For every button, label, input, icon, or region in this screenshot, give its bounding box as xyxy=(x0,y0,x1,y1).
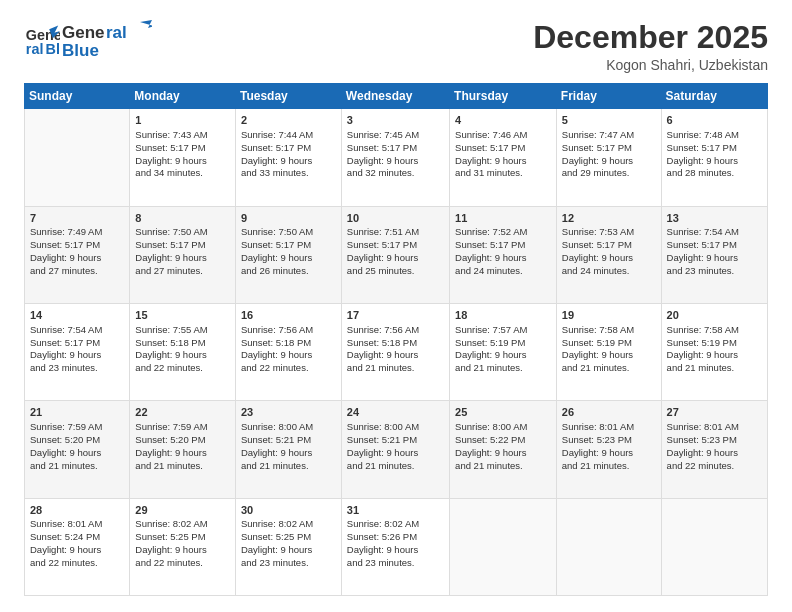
col-wednesday: Wednesday xyxy=(341,84,449,109)
sunset-text: Sunset: 5:17 PM xyxy=(347,239,417,250)
daylight-minutes: and 21 minutes. xyxy=(455,460,523,471)
svg-text:Blue: Blue xyxy=(62,41,99,60)
sunset-text: Sunset: 5:23 PM xyxy=(562,434,632,445)
table-cell xyxy=(556,498,661,595)
daylight-text: Daylight: 9 hours xyxy=(562,447,633,458)
sunrise-text: Sunrise: 7:50 AM xyxy=(135,226,207,237)
daylight-minutes: and 22 minutes. xyxy=(30,557,98,568)
sunset-text: Sunset: 5:17 PM xyxy=(241,239,311,250)
col-tuesday: Tuesday xyxy=(235,84,341,109)
table-cell: 23Sunrise: 8:00 AMSunset: 5:21 PMDayligh… xyxy=(235,401,341,498)
sunrise-text: Sunrise: 7:59 AM xyxy=(30,421,102,432)
day-number: 18 xyxy=(455,308,551,323)
daylight-minutes: and 23 minutes. xyxy=(30,362,98,373)
daylight-minutes: and 29 minutes. xyxy=(562,167,630,178)
table-cell: 26Sunrise: 8:01 AMSunset: 5:23 PMDayligh… xyxy=(556,401,661,498)
day-number: 6 xyxy=(667,113,762,128)
daylight-text: Daylight: 9 hours xyxy=(347,349,418,360)
table-cell: 8Sunrise: 7:50 AMSunset: 5:17 PMDaylight… xyxy=(130,206,236,303)
sunrise-text: Sunrise: 7:50 AM xyxy=(241,226,313,237)
sunset-text: Sunset: 5:22 PM xyxy=(455,434,525,445)
sunset-text: Sunset: 5:20 PM xyxy=(135,434,205,445)
location: Kogon Shahri, Uzbekistan xyxy=(533,57,768,73)
daylight-text: Daylight: 9 hours xyxy=(135,544,206,555)
daylight-minutes: and 25 minutes. xyxy=(347,265,415,276)
table-cell: 20Sunrise: 7:58 AMSunset: 5:19 PMDayligh… xyxy=(661,303,767,400)
logo-label: Gene ral Blue xyxy=(62,20,152,60)
day-number: 15 xyxy=(135,308,230,323)
daylight-text: Daylight: 9 hours xyxy=(455,252,526,263)
sunrise-text: Sunrise: 7:58 AM xyxy=(562,324,634,335)
daylight-minutes: and 32 minutes. xyxy=(347,167,415,178)
sunset-text: Sunset: 5:23 PM xyxy=(667,434,737,445)
day-number: 23 xyxy=(241,405,336,420)
sunset-text: Sunset: 5:24 PM xyxy=(30,531,100,542)
daylight-minutes: and 34 minutes. xyxy=(135,167,203,178)
table-cell: 25Sunrise: 8:00 AMSunset: 5:22 PMDayligh… xyxy=(450,401,557,498)
daylight-minutes: and 22 minutes. xyxy=(135,362,203,373)
sunset-text: Sunset: 5:17 PM xyxy=(347,142,417,153)
table-cell: 27Sunrise: 8:01 AMSunset: 5:23 PMDayligh… xyxy=(661,401,767,498)
sunrise-text: Sunrise: 7:51 AM xyxy=(347,226,419,237)
daylight-text: Daylight: 9 hours xyxy=(455,155,526,166)
sunrise-text: Sunrise: 7:46 AM xyxy=(455,129,527,140)
logo-icon: Gene ral Blue xyxy=(24,22,60,58)
daylight-minutes: and 21 minutes. xyxy=(667,362,735,373)
table-cell: 12Sunrise: 7:53 AMSunset: 5:17 PMDayligh… xyxy=(556,206,661,303)
month-title: December 2025 xyxy=(533,20,768,55)
daylight-minutes: and 27 minutes. xyxy=(135,265,203,276)
col-thursday: Thursday xyxy=(450,84,557,109)
table-cell: 11Sunrise: 7:52 AMSunset: 5:17 PMDayligh… xyxy=(450,206,557,303)
table-cell: 9Sunrise: 7:50 AMSunset: 5:17 PMDaylight… xyxy=(235,206,341,303)
day-number: 5 xyxy=(562,113,656,128)
daylight-minutes: and 23 minutes. xyxy=(241,557,309,568)
table-cell: 10Sunrise: 7:51 AMSunset: 5:17 PMDayligh… xyxy=(341,206,449,303)
sunrise-text: Sunrise: 8:02 AM xyxy=(135,518,207,529)
sunset-text: Sunset: 5:21 PM xyxy=(241,434,311,445)
sunrise-text: Sunrise: 7:54 AM xyxy=(30,324,102,335)
col-monday: Monday xyxy=(130,84,236,109)
sunset-text: Sunset: 5:17 PM xyxy=(30,239,100,250)
sunset-text: Sunset: 5:17 PM xyxy=(562,142,632,153)
day-number: 19 xyxy=(562,308,656,323)
table-cell: 7Sunrise: 7:49 AMSunset: 5:17 PMDaylight… xyxy=(25,206,130,303)
table-cell: 4Sunrise: 7:46 AMSunset: 5:17 PMDaylight… xyxy=(450,109,557,206)
table-cell xyxy=(450,498,557,595)
daylight-text: Daylight: 9 hours xyxy=(667,349,738,360)
daylight-minutes: and 24 minutes. xyxy=(455,265,523,276)
daylight-minutes: and 23 minutes. xyxy=(347,557,415,568)
sunrise-text: Sunrise: 8:00 AM xyxy=(455,421,527,432)
table-cell: 14Sunrise: 7:54 AMSunset: 5:17 PMDayligh… xyxy=(25,303,130,400)
sunset-text: Sunset: 5:25 PM xyxy=(241,531,311,542)
svg-text:ral: ral xyxy=(26,41,44,57)
calendar-week-row: 28Sunrise: 8:01 AMSunset: 5:24 PMDayligh… xyxy=(25,498,768,595)
sunrise-text: Sunrise: 8:02 AM xyxy=(347,518,419,529)
day-number: 26 xyxy=(562,405,656,420)
sunset-text: Sunset: 5:17 PM xyxy=(241,142,311,153)
daylight-minutes: and 23 minutes. xyxy=(667,265,735,276)
table-cell: 21Sunrise: 7:59 AMSunset: 5:20 PMDayligh… xyxy=(25,401,130,498)
day-number: 2 xyxy=(241,113,336,128)
svg-text:Gene: Gene xyxy=(62,23,105,42)
daylight-text: Daylight: 9 hours xyxy=(135,252,206,263)
sunrise-text: Sunrise: 7:44 AM xyxy=(241,129,313,140)
daylight-minutes: and 21 minutes. xyxy=(241,460,309,471)
daylight-text: Daylight: 9 hours xyxy=(667,252,738,263)
daylight-text: Daylight: 9 hours xyxy=(135,349,206,360)
sunrise-text: Sunrise: 7:43 AM xyxy=(135,129,207,140)
calendar-week-row: 1Sunrise: 7:43 AMSunset: 5:17 PMDaylight… xyxy=(25,109,768,206)
day-number: 30 xyxy=(241,503,336,518)
daylight-minutes: and 21 minutes. xyxy=(562,362,630,373)
svg-text:Blue: Blue xyxy=(46,41,60,57)
calendar-week-row: 21Sunrise: 7:59 AMSunset: 5:20 PMDayligh… xyxy=(25,401,768,498)
sunrise-text: Sunrise: 8:01 AM xyxy=(562,421,634,432)
svg-marker-6 xyxy=(140,20,152,28)
table-cell xyxy=(25,109,130,206)
daylight-text: Daylight: 9 hours xyxy=(30,544,101,555)
daylight-minutes: and 24 minutes. xyxy=(562,265,630,276)
sunset-text: Sunset: 5:18 PM xyxy=(347,337,417,348)
day-number: 17 xyxy=(347,308,444,323)
table-cell: 16Sunrise: 7:56 AMSunset: 5:18 PMDayligh… xyxy=(235,303,341,400)
day-number: 20 xyxy=(667,308,762,323)
table-cell: 3Sunrise: 7:45 AMSunset: 5:17 PMDaylight… xyxy=(341,109,449,206)
